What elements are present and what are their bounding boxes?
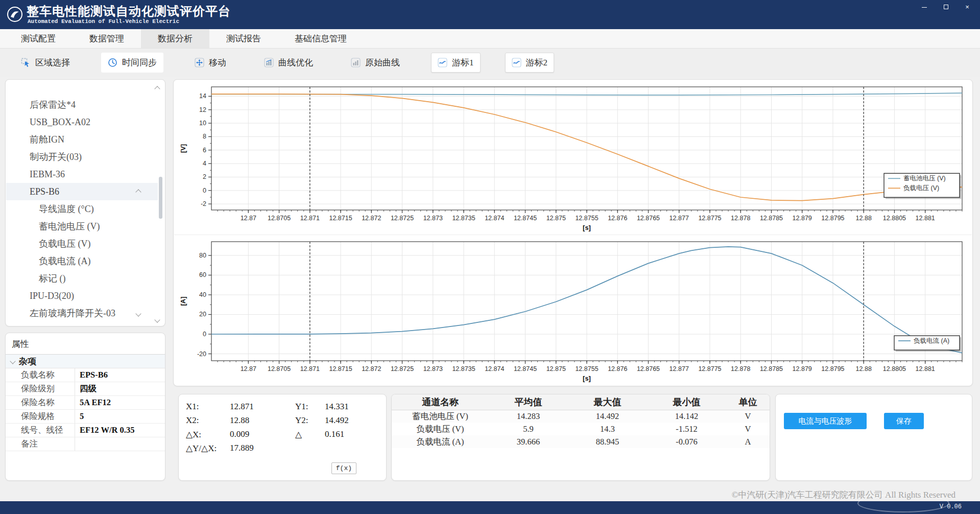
tree-item-left-window-switch[interactable]: 左前玻璃升降开关-03 bbox=[6, 305, 158, 322]
properties-title: 属性 bbox=[6, 333, 165, 354]
svg-text:12.88: 12.88 bbox=[856, 365, 872, 372]
property-row: 备注 bbox=[6, 437, 165, 451]
svg-text:蓄电池电压 (V): 蓄电池电压 (V) bbox=[903, 175, 946, 182]
save-button[interactable]: 保存 bbox=[884, 413, 924, 429]
svg-text:12.8775: 12.8775 bbox=[698, 215, 721, 222]
svg-text:12.879: 12.879 bbox=[793, 215, 812, 222]
tab-data-management[interactable]: 数据管理 bbox=[73, 29, 141, 48]
move-button[interactable]: 移动 bbox=[188, 53, 233, 73]
svg-text:80: 80 bbox=[199, 252, 206, 259]
tab-data-analysis[interactable]: 数据分析 bbox=[141, 29, 209, 48]
property-value-fuse-name[interactable]: 5A EF12 bbox=[75, 396, 165, 409]
version-label: V 0.06 bbox=[940, 503, 962, 510]
col-unit: 单位 bbox=[726, 394, 770, 410]
expand-icon bbox=[135, 311, 141, 316]
svg-text:12.8715: 12.8715 bbox=[329, 365, 352, 372]
main-menu: 测试配置 数据管理 数据分析 测试报告 基础信息管理 bbox=[0, 29, 980, 49]
tab-basic-info[interactable]: 基础信息管理 bbox=[278, 29, 364, 48]
svg-text:8: 8 bbox=[203, 133, 206, 140]
svg-text:12.8745: 12.8745 bbox=[514, 215, 537, 222]
raw-curve-icon bbox=[351, 58, 361, 67]
svg-text:负载电流 (A): 负载电流 (A) bbox=[914, 337, 949, 344]
tree-item-wire-temp[interactable]: 导线温度 (°C) bbox=[6, 200, 158, 218]
raw-curve-button[interactable]: 原始曲线 bbox=[344, 53, 407, 73]
x2-label: X2: bbox=[186, 415, 230, 426]
collapse-icon bbox=[135, 189, 141, 195]
tree-item-front-ign[interactable]: 前舱IGN bbox=[6, 131, 158, 148]
stats-header-row: 通道名称 平均值 最大值 最小值 单位 bbox=[392, 394, 770, 410]
svg-text:12.881: 12.881 bbox=[916, 365, 935, 372]
y1-label: Y1: bbox=[295, 402, 325, 412]
cursor-measure-panel: X1: 12.871 Y1: 14.331 X2: 12.88 Y2: 14.4… bbox=[178, 394, 387, 481]
scroll-down-icon[interactable] bbox=[154, 315, 161, 322]
slope-label: △Y/△X: bbox=[186, 443, 230, 454]
voltage-chart[interactable]: 12.8712.870512.87112.871512.87212.872512… bbox=[178, 82, 968, 233]
tree-item-brake-switch[interactable]: 制动开关(03) bbox=[6, 148, 158, 166]
tree-item-iebm[interactable]: IEBM-36 bbox=[6, 166, 158, 183]
col-average: 平均值 bbox=[489, 394, 568, 410]
move-icon bbox=[195, 58, 204, 67]
col-min: 最小值 bbox=[647, 394, 726, 410]
svg-text:0: 0 bbox=[203, 187, 206, 194]
app-subtitle: Automated Evaluation of Full-Vehicle Ele… bbox=[28, 18, 179, 25]
svg-text:12.871: 12.871 bbox=[300, 215, 320, 222]
tree-item-eps-b6[interactable]: EPS-B6 bbox=[6, 183, 158, 200]
chevron-down-icon bbox=[10, 358, 15, 364]
current-chart[interactable]: 12.8712.870512.87112.871512.87212.872512… bbox=[178, 237, 968, 384]
svg-text:12.872: 12.872 bbox=[362, 365, 381, 372]
svg-text:12: 12 bbox=[199, 106, 206, 113]
minimize-button[interactable] bbox=[919, 3, 930, 12]
cursor1-button[interactable]: 游标1 bbox=[431, 53, 481, 73]
tree-item-load-voltage[interactable]: 负载电压 (V) bbox=[6, 235, 158, 252]
svg-text:-2: -2 bbox=[201, 200, 206, 207]
tree-item-battery-voltage[interactable]: 蓄电池电压 (V) bbox=[6, 218, 158, 235]
tree-item-ipu-d3[interactable]: IPU-D3(20) bbox=[6, 287, 158, 305]
property-row: 保险级别 四级 bbox=[6, 382, 165, 396]
property-value-load-name[interactable]: EPS-B6 bbox=[75, 368, 165, 382]
svg-text:14: 14 bbox=[199, 92, 206, 100]
tree-item-usb-box[interactable]: USB_BOX-A02 bbox=[6, 113, 158, 131]
property-value-remark[interactable] bbox=[75, 437, 165, 451]
maximize-button[interactable] bbox=[940, 3, 951, 12]
svg-text:6: 6 bbox=[203, 147, 206, 154]
tab-test-config[interactable]: 测试配置 bbox=[4, 29, 73, 48]
fx-button[interactable]: f(x) bbox=[331, 462, 356, 474]
curve-optimize-icon bbox=[264, 58, 274, 67]
current-voltage-wave-button[interactable]: 电流与电压波形 bbox=[784, 413, 867, 429]
svg-text:12.88: 12.88 bbox=[856, 215, 872, 222]
tree-item-rear-radar[interactable]: 后保雷达*4 bbox=[6, 96, 158, 113]
tree-item-marker[interactable]: 标记 () bbox=[6, 270, 158, 287]
close-button[interactable]: × bbox=[962, 3, 973, 12]
title-bar: 整车电性能测试自动化测试评价平台 Automated Evaluation of… bbox=[0, 0, 980, 29]
property-value-fuse-spec[interactable]: 5 bbox=[75, 410, 165, 423]
svg-text:12.8785: 12.8785 bbox=[760, 365, 783, 372]
region-select-icon bbox=[21, 58, 31, 67]
slope-value: 17.889 bbox=[230, 443, 295, 454]
time-sync-button[interactable]: 时间同步 bbox=[101, 53, 163, 73]
svg-text:12.8735: 12.8735 bbox=[452, 215, 475, 222]
svg-text:12.8775: 12.8775 bbox=[698, 365, 721, 372]
curve-optimize-button[interactable]: 曲线优化 bbox=[257, 53, 320, 73]
region-select-button[interactable]: 区域选择 bbox=[14, 53, 77, 73]
cursor2-button[interactable]: 游标2 bbox=[505, 53, 555, 73]
svg-text:12.874: 12.874 bbox=[485, 215, 504, 222]
svg-text:12.8725: 12.8725 bbox=[391, 215, 414, 222]
svg-text:[A]: [A] bbox=[179, 296, 187, 306]
channel-tree-panel: 后保雷达*4 USB_BOX-A02 前舱IGN 制动开关(03) IEBM-3… bbox=[5, 79, 165, 326]
table-row: 负载电流 (A)39.666 88.945-0.076 A bbox=[392, 435, 770, 448]
svg-text:12.878: 12.878 bbox=[731, 365, 750, 372]
property-group-misc[interactable]: 杂项 bbox=[6, 355, 165, 368]
tree-item-load-current[interactable]: 负载电流 (A) bbox=[6, 252, 158, 270]
property-value-wire[interactable]: EF12 W/R 0.35 bbox=[75, 424, 165, 437]
tree-scrollbar-thumb[interactable] bbox=[159, 177, 162, 219]
scroll-up-icon[interactable] bbox=[154, 84, 161, 91]
property-value-fuse-level[interactable]: 四级 bbox=[75, 382, 165, 395]
svg-text:[s]: [s] bbox=[583, 224, 591, 231]
svg-text:2: 2 bbox=[203, 173, 206, 180]
svg-text:12.8795: 12.8795 bbox=[821, 215, 844, 222]
svg-text:12.8705: 12.8705 bbox=[268, 365, 291, 372]
svg-text:12.873: 12.873 bbox=[423, 365, 443, 372]
tab-test-report[interactable]: 测试报告 bbox=[209, 29, 278, 48]
x1-label: X1: bbox=[186, 402, 230, 412]
svg-text:12.881: 12.881 bbox=[916, 215, 935, 222]
